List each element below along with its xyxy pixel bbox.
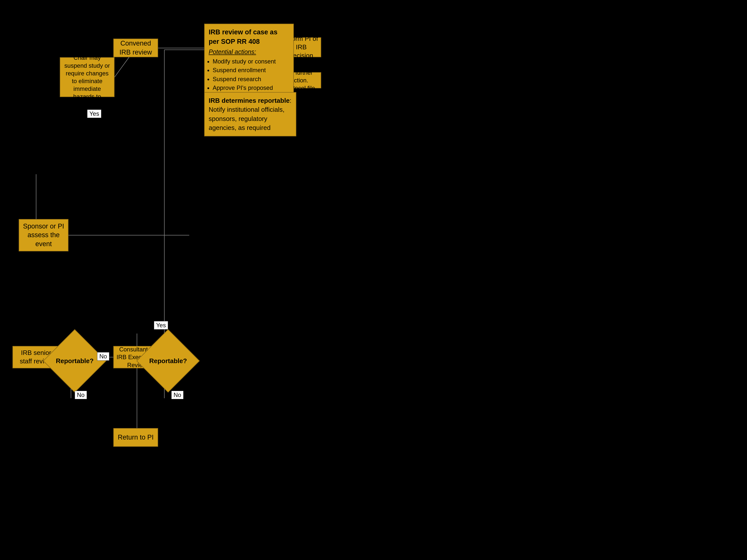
reportable-diamond-2: Reportable? — [146, 339, 190, 383]
no-label-1: No — [97, 352, 109, 361]
yes-label-1: Yes — [87, 109, 101, 118]
return-to-pi-box: Return to PI — [113, 428, 158, 447]
irb-review-item-1: Modify study or consent — [213, 57, 289, 66]
flowchart: Sponsor or PI assess the event IRB Execu… — [0, 0, 747, 560]
irb-determines-box: IRB determines reportable: Notify instit… — [204, 92, 296, 136]
irb-exec-chair-box: IRB Executive Chair may suspend study or… — [60, 57, 114, 97]
irb-review-title: IRB review of case as per SOP RR 408 — [209, 28, 289, 47]
irb-review-subtitle: Potential actions: — [209, 48, 289, 56]
irb-review-item-3: Suspend research — [213, 75, 289, 83]
irb-determines-bold: IRB determines reportable — [209, 97, 290, 104]
reportable-diamond-1: Reportable? — [52, 339, 97, 383]
diamond-label-1: Reportable? — [56, 357, 94, 365]
convened-irb-box: Convened IRB review — [113, 38, 158, 57]
diamond-label-2: Reportable? — [149, 357, 187, 365]
yes-label-2: Yes — [154, 321, 168, 329]
no-label-2: No — [75, 391, 87, 399]
sponsor-pi-box: Sponsor or PI assess the event — [19, 219, 69, 251]
no-label-3: No — [171, 391, 183, 399]
irb-review-item-2: Suspend enrollment — [213, 66, 289, 74]
